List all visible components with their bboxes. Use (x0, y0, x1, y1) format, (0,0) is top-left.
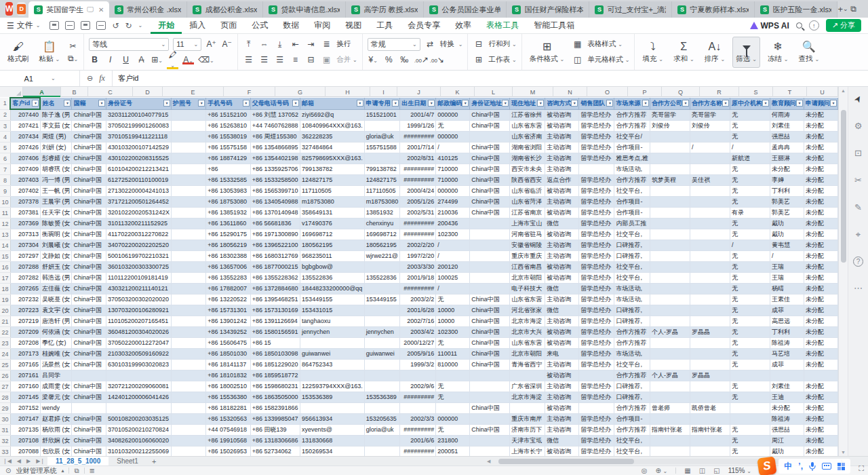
cell-P28[interactable]: 口碑推荐, (614, 392, 650, 403)
cell-C25[interactable]: China中国 (72, 360, 106, 370)
cell-T16[interactable]: 王瑞 (770, 262, 804, 273)
cell-R7[interactable] (690, 164, 730, 175)
cell-H7[interactable]: 799138782 (300, 164, 365, 175)
cell-C20[interactable]: China中国 (72, 305, 106, 316)
menu-item-4[interactable]: 数据 (275, 18, 307, 34)
document-tab-5[interactable]: S公务员国企事业单... (424, 1, 507, 18)
cell-D25[interactable]: 630103199903020823 (106, 360, 171, 370)
horizontal-scroll-thumb[interactable] (498, 459, 634, 464)
increase-font-icon[interactable]: A⁺ (205, 39, 217, 49)
first-sheet-icon[interactable]: ❘◀ (0, 458, 14, 464)
cell-C22[interactable]: China中国 (72, 327, 106, 338)
cell-R3[interactable]: 刘俊伶 (690, 121, 730, 132)
chevron-down-icon[interactable]: ⌄ (138, 22, 143, 28)
cell-K20[interactable]: 10000 (436, 305, 470, 316)
cell-U4[interactable]: 未分配 (804, 132, 837, 142)
cell-G24[interactable]: +86 1850103098 (250, 349, 300, 360)
cell-N12[interactable]: 微信 (545, 218, 579, 229)
header-cell-B1[interactable]: 姓名▾ (40, 98, 72, 109)
cell-C15[interactable]: China中国 (72, 251, 106, 262)
cell-T31[interactable]: 强思喆 (770, 425, 804, 436)
fullscreen-icon[interactable]: ⛶ (859, 464, 864, 473)
cell-K22[interactable]: 102300 (436, 327, 470, 338)
cell-L16[interactable] (470, 262, 510, 273)
cell-A7[interactable]: 207409 (10, 164, 40, 175)
cell-M27[interactable]: 广东省深圳 (510, 381, 545, 392)
cell-U24[interactable]: 未分配 (804, 349, 837, 360)
cell-U19[interactable]: 未分配 (804, 294, 837, 305)
cell-C12[interactable]: China中国 (72, 218, 106, 229)
cell-R30[interactable] (690, 414, 730, 425)
cell-I24[interactable]: guiwanwei (364, 349, 400, 360)
filter-dropdown-icon[interactable]: ▾ (830, 100, 837, 107)
row-header-11[interactable]: 11 (0, 208, 10, 218)
cell-I23[interactable] (364, 338, 400, 349)
search-icon[interactable] (796, 22, 802, 28)
cell-Q28[interactable] (650, 392, 690, 403)
cell-I5[interactable]: 155751588 (364, 142, 400, 153)
doc-manager-button[interactable]: D (17, 2, 26, 16)
cell-G14[interactable]: +86 1396522100 (250, 240, 300, 251)
cell-O31[interactable]: 留学总经办 (579, 425, 614, 436)
cell-T8[interactable]: 李婵 (770, 175, 804, 186)
column-header-J[interactable]: J (397, 87, 441, 97)
cell-M19[interactable]: 山东省东营 (510, 294, 545, 305)
cell-Q2[interactable]: 亮哥留学 (650, 109, 690, 121)
cell-S9[interactable]: 无 (730, 186, 770, 197)
cell-I3[interactable] (364, 121, 400, 132)
cell-K25[interactable]: 810000 (436, 360, 470, 370)
cell-M4[interactable]: 山东省济南 (510, 132, 545, 142)
header-cell-A1[interactable]: 客户id▾ (10, 98, 40, 109)
cell-A21[interactable]: 207219 (10, 316, 40, 327)
thousands-icon[interactable]: ‰ (399, 55, 410, 64)
cell-G10[interactable]: +86 1340540988 (250, 197, 300, 208)
header-cell-P1[interactable]: 市场来源▾ (614, 98, 650, 109)
cell-C10[interactable]: China中国 (72, 197, 106, 208)
normal-view-icon[interactable]: ▦ (684, 467, 690, 474)
cell-C21[interactable]: China中国 (72, 316, 106, 327)
cell-H30[interactable]: 956613934 (300, 414, 365, 425)
row-header-9[interactable]: 9 (0, 186, 10, 197)
cell-G17[interactable]: +86 1355228362 (250, 273, 300, 284)
cell-R2[interactable]: 亮哥留学 (690, 109, 730, 121)
copy-icon[interactable]: ⧉⌄ (67, 54, 79, 63)
prev-sheet-icon[interactable]: ◀ (14, 458, 24, 464)
cell-P29[interactable]: 合作方推荐 (614, 403, 650, 414)
cell-S11[interactable]: 有录 (730, 208, 770, 218)
filter-dropdown-icon[interactable]: ▾ (64, 100, 71, 107)
cell-P2[interactable]: 合作方推荐 (614, 109, 650, 121)
cell-L8[interactable]: China中国 (470, 175, 510, 186)
cell-Q13[interactable] (650, 229, 690, 240)
share-button[interactable]: ↗ 分享 (826, 19, 861, 32)
cell-A9[interactable]: 207402 (10, 186, 40, 197)
cell-D27[interactable]: 320721200209060081 (106, 381, 171, 392)
format-painter-button[interactable]: 🖌 格式刷 (5, 37, 32, 68)
cell-Q23[interactable] (650, 338, 690, 349)
cell-R25[interactable] (690, 360, 730, 370)
cell-K27[interactable]: 无 (436, 381, 470, 392)
cell-L23[interactable]: China中国 (470, 338, 510, 349)
cell-Q15[interactable] (650, 251, 690, 262)
cell-I21[interactable] (364, 316, 400, 327)
cell-L18[interactable] (470, 284, 510, 294)
cell-E30[interactable] (172, 414, 206, 425)
cell-S2[interactable]: 无 (730, 109, 770, 121)
cell-D28[interactable]: 142401200006041426 (106, 392, 171, 403)
cell-K26[interactable] (436, 370, 470, 381)
close-tab-icon[interactable]: ✕ (98, 6, 104, 14)
cell-F33[interactable]: +86 15026953 (206, 446, 251, 457)
cell-C30[interactable]: China中国 (72, 414, 106, 425)
cell-H28[interactable]: 153536389 (300, 392, 365, 403)
cell-G8[interactable]: +86 1533258500 (250, 175, 300, 186)
cell-B4[interactable]: 周煜 (男) (40, 132, 72, 142)
cell-F18[interactable]: +86 17882007 (206, 284, 251, 294)
header-cell-J1[interactable]: 出生日期▾ (400, 98, 436, 109)
cell-J20[interactable]: 2001/6/28 (400, 305, 436, 316)
cell-F29[interactable]: +86 18182281 (206, 403, 251, 414)
cell-K16[interactable]: 200120 (436, 262, 470, 273)
cell-L3[interactable]: China中国 (470, 121, 510, 132)
cell-M8[interactable]: 陕西省西安 (510, 175, 545, 186)
cell-D10[interactable]: 371721200501264452 (106, 197, 171, 208)
cell-S26[interactable] (730, 370, 770, 381)
menu-item-2[interactable]: 页面 (213, 18, 244, 34)
